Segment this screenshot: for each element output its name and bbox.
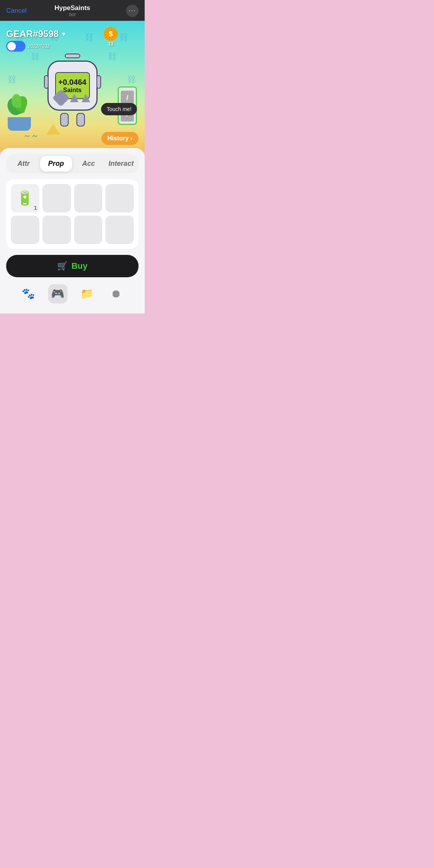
battery-icon: 🔋 (16, 190, 34, 206)
chain-bg-icon: ⛓ (85, 32, 93, 42)
robot-side-left (44, 75, 49, 89)
triangle-control-left[interactable] (70, 94, 79, 102)
health-number: 2022/7032 (28, 44, 50, 49)
diamond-control[interactable] (52, 89, 69, 106)
nav-camera[interactable]: ⏺ (106, 284, 126, 303)
coin-icon[interactable]: $ (104, 27, 118, 41)
pet-icon: 🐾 (22, 287, 35, 300)
dollar-sign: $ (109, 30, 113, 38)
prop-slot-8[interactable] (105, 216, 134, 244)
app-title: HypeSaints (54, 4, 90, 12)
leaf (12, 94, 21, 108)
coin-badge: $ 13 (104, 27, 118, 47)
app-subtitle: bot (54, 12, 90, 17)
prop-slot-6[interactable] (42, 216, 71, 244)
coin-count: 13 (108, 41, 113, 47)
props-grid: 🔋 1 (6, 179, 138, 249)
prop-slot-1[interactable]: 🔋 1 (11, 184, 39, 212)
buy-label: Buy (71, 261, 88, 271)
gear-dropdown-icon[interactable]: ▼ (61, 31, 66, 37)
robot-leg-left (60, 113, 69, 126)
bottom-nav: 🐾 🎮 📁 ⏺ (6, 280, 138, 307)
robot-character[interactable]: +0.0464 Saints (40, 54, 105, 131)
nav-game[interactable]: 🎮 (48, 284, 68, 303)
tab-prop[interactable]: Prop (40, 156, 72, 172)
prop-slot-2[interactable] (42, 184, 71, 212)
folder-icon: 📁 (80, 287, 94, 300)
squiggle-decoration: ～～ (23, 131, 39, 141)
gear-name: GEAR#9598 (6, 29, 59, 39)
robot-legs (40, 113, 105, 126)
robot-body: +0.0464 Saints (47, 61, 98, 111)
nav-folder[interactable]: 📁 (77, 284, 96, 303)
gamepad-icon: 🎮 (51, 287, 64, 300)
gear-badge: GEAR#9598 ▼ 2022/7032 (6, 29, 66, 52)
tab-interact[interactable]: Interact (105, 156, 137, 172)
history-label: History (108, 135, 129, 142)
prop-badge-1: 1 (34, 205, 37, 211)
history-button[interactable]: History › (101, 132, 138, 145)
robot-head-top (65, 54, 80, 58)
plant-pot (8, 117, 31, 131)
more-button[interactable]: ··· (126, 5, 138, 17)
robot-side-right (96, 75, 101, 89)
header-center: HypeSaints bot (54, 4, 90, 17)
game-area[interactable]: ⛓ ⛓ ⛓ ⛓ ⛓ ⛓ ⛓ ⛓ GEAR#9598 ▼ 2022/7032 $ … (0, 21, 145, 152)
header: Cancel HypeSaints bot ··· (0, 0, 145, 21)
cart-icon: 🛒 (57, 261, 68, 271)
robot-leg-right (76, 113, 85, 126)
chain-bg-icon: ⛓ (127, 75, 136, 85)
prop-slot-3[interactable] (74, 184, 103, 212)
cancel-button[interactable]: Cancel (6, 7, 27, 15)
prop-slot-4[interactable] (105, 184, 134, 212)
health-toggle[interactable] (6, 41, 25, 52)
plant-leaves (6, 94, 33, 117)
chain-bg-icon: ⛓ (8, 75, 16, 85)
prop-slot-5[interactable] (11, 216, 39, 244)
camera-icon: ⏺ (111, 287, 122, 300)
touch-bubble[interactable]: Touch me! (101, 103, 137, 115)
buy-button[interactable]: 🛒 Buy (6, 255, 138, 277)
tab-acc[interactable]: Acc (73, 156, 105, 172)
ellipsis-icon: ··· (128, 7, 136, 14)
triangle-control-right[interactable] (82, 94, 90, 102)
tabs-container: Attr Prop Acc Interact (6, 154, 138, 173)
chain-bg-icon: ⛓ (120, 32, 128, 42)
chain-bg-icon: ⛓ (108, 52, 117, 62)
chevron-right-icon: › (130, 135, 132, 142)
prop-slot-7[interactable] (74, 216, 103, 244)
chain-bg-icon: ⛓ (31, 52, 39, 62)
tab-attr[interactable]: Attr (8, 156, 39, 172)
robot-value: +0.0464 (58, 78, 86, 87)
bottom-section: Attr Prop Acc Interact 🔋 1 🛒 Buy 🐾 🎮 (0, 148, 145, 313)
nav-pet[interactable]: 🐾 (19, 284, 38, 303)
plant-decoration (4, 94, 35, 129)
